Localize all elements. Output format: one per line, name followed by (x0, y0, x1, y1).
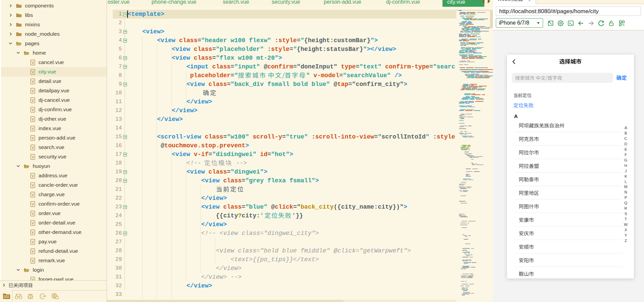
svg-text:V: V (31, 259, 34, 263)
svg-text:V: V (31, 136, 34, 140)
svg-text:V: V (31, 108, 34, 112)
svg-text:V: V (31, 202, 34, 206)
svg-text:V: V (31, 212, 34, 216)
svg-text:V: V (31, 278, 34, 281)
svg-text:V: V (31, 89, 34, 93)
svg-text:V: V (31, 146, 34, 150)
svg-text:V: V (31, 249, 34, 253)
svg-text:V: V (31, 155, 34, 159)
svg-text:V: V (31, 117, 34, 121)
svg-text:V: V (31, 98, 34, 102)
svg-text:V: V (31, 221, 34, 225)
svg-text:V: V (31, 240, 34, 244)
svg-text:V: V (31, 127, 34, 131)
svg-text:V: V (31, 183, 34, 187)
svg-text:V: V (31, 80, 34, 84)
svg-text:V: V (31, 231, 34, 235)
svg-text:V: V (31, 193, 34, 197)
svg-text:V: V (31, 174, 34, 178)
svg-text:V: V (31, 61, 34, 65)
svg-text:V: V (31, 70, 34, 74)
